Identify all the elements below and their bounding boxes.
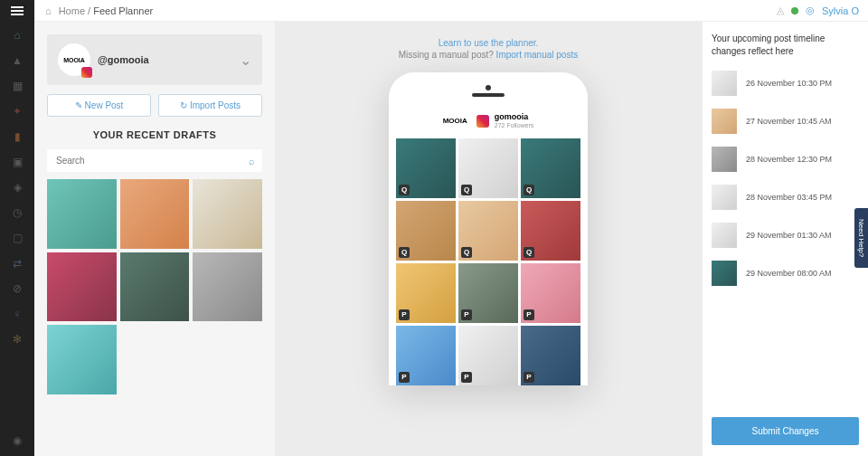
feed-cell[interactable]: P xyxy=(521,263,580,323)
topbar: ⌂ Home / Feed Planner ◬ ◎ Sylvia O xyxy=(0,0,868,22)
feed-cell[interactable]: Q xyxy=(458,201,518,261)
timeline-item[interactable]: 26 November 10:30 PM xyxy=(712,71,859,96)
breadcrumb-current: Feed Planner xyxy=(93,5,153,16)
sidebar-calendar-icon[interactable]: ▣ xyxy=(11,156,24,168)
sidebar: ⌂ ▲ ▦ ✦ ▮ ▣ ◈ ◷ ▢ ⇄ ⊘ ♀ ✻ ◉ xyxy=(0,22,34,456)
user-icon: ◎ xyxy=(806,5,815,16)
sidebar-grid-icon[interactable]: ▦ xyxy=(11,80,24,92)
instagram-badge-icon xyxy=(81,67,92,78)
phone-camera xyxy=(486,85,491,90)
draft-thumb[interactable] xyxy=(47,179,117,249)
feed-cell[interactable]: Q xyxy=(396,138,456,198)
chevron-down-icon: ⌄ xyxy=(240,52,251,69)
sidebar-gear-icon[interactable]: ✻ xyxy=(11,333,24,346)
breadcrumb-home[interactable]: Home xyxy=(59,5,85,16)
import-manual-link[interactable]: Import manual posts xyxy=(496,50,579,60)
pencil-icon: ✎ xyxy=(75,100,82,110)
help-tab[interactable]: Need Help? xyxy=(854,208,868,268)
phone-preview: MOOIA gomooia 272 Followers Q Q Q Q Q Q … xyxy=(389,72,588,385)
feed-cell[interactable]: P xyxy=(458,326,518,385)
sidebar-bag-icon[interactable]: ▢ xyxy=(11,232,24,244)
new-post-button[interactable]: ✎New Post xyxy=(47,94,151,117)
feed-cell[interactable]: Q xyxy=(521,201,580,261)
search-input[interactable] xyxy=(47,149,262,172)
sidebar-clock-icon[interactable]: ◷ xyxy=(11,206,24,219)
timeline-item[interactable]: 27 November 10:45 AM xyxy=(712,109,859,134)
draft-thumb[interactable] xyxy=(47,325,117,394)
timeline-list: 26 November 10:30 PM 27 November 10:45 A… xyxy=(712,71,859,417)
phone-profile-header: MOOIA gomooia 272 Followers xyxy=(396,106,580,138)
account-logo: MOOIA xyxy=(58,43,90,76)
sidebar-upload-icon[interactable]: ▲ xyxy=(11,54,24,67)
timeline-title: Your upcoming post timeline changes refl… xyxy=(712,33,859,58)
feed-cell[interactable]: P xyxy=(521,326,580,385)
draft-thumb[interactable] xyxy=(193,252,262,322)
notification-icon[interactable]: ◬ xyxy=(777,5,784,16)
timeline-thumb xyxy=(712,109,737,134)
account-selector[interactable]: MOOIA @gomooia ⌄ xyxy=(47,34,262,85)
timeline-thumb xyxy=(712,147,737,172)
feed-cell[interactable]: Q xyxy=(396,201,456,261)
sidebar-user-icon[interactable]: ♀ xyxy=(11,308,24,320)
feed-cell[interactable]: Q xyxy=(521,138,580,198)
phone-speaker xyxy=(472,93,505,97)
user-name[interactable]: Sylvia O xyxy=(822,5,859,16)
breadcrumb: Home / Feed Planner xyxy=(59,5,154,16)
timeline-item[interactable]: 29 November 08:00 AM xyxy=(712,261,859,286)
sidebar-help-icon[interactable]: ◉ xyxy=(11,434,24,447)
center-panel: Learn to use the planner. Missing a manu… xyxy=(275,22,702,456)
sidebar-star-icon[interactable]: ✦ xyxy=(11,105,24,118)
draft-thumb[interactable] xyxy=(193,179,262,249)
timeline-thumb xyxy=(712,261,737,286)
timeline-item[interactable]: 28 November 03:45 PM xyxy=(712,185,859,210)
draft-thumb[interactable] xyxy=(47,252,117,322)
feed-cell[interactable]: P xyxy=(458,263,518,323)
drafts-title: YOUR RECENT DRAFTS xyxy=(47,129,262,140)
feed-cell[interactable]: Q xyxy=(458,138,518,198)
import-posts-button[interactable]: ↻Import Posts xyxy=(158,94,262,117)
home-icon[interactable]: ⌂ xyxy=(45,5,52,16)
timeline-thumb xyxy=(712,223,737,248)
feed-cell[interactable]: P xyxy=(396,263,456,323)
import-hint: Missing a manual post? Import manual pos… xyxy=(399,50,578,60)
draft-thumb[interactable] xyxy=(120,252,190,322)
search-icon[interactable]: ⌕ xyxy=(249,156,255,166)
timeline-thumb xyxy=(712,185,737,210)
draft-thumb[interactable] xyxy=(120,179,190,249)
phone-feed-grid: Q Q Q Q Q Q P P P P P P xyxy=(396,138,580,385)
account-handle: @gomooia xyxy=(98,54,149,65)
learn-link[interactable]: Learn to use the planner. xyxy=(439,38,539,48)
sidebar-link-icon[interactable]: ⇄ xyxy=(11,257,24,270)
submit-changes-button[interactable]: Submit Changes xyxy=(712,417,859,445)
left-panel: MOOIA @gomooia ⌄ ✎New Post ↻Import Posts… xyxy=(34,22,275,456)
timeline-item[interactable]: 28 November 12:30 PM xyxy=(712,147,859,172)
sidebar-home-icon[interactable]: ⌂ xyxy=(11,29,24,42)
timeline-thumb xyxy=(712,71,737,96)
status-indicator xyxy=(791,7,798,14)
refresh-icon: ↻ xyxy=(180,100,187,110)
hamburger-menu[interactable] xyxy=(0,0,34,22)
instagram-icon xyxy=(476,115,489,128)
profile-followers: 272 Followers xyxy=(495,122,534,129)
sidebar-chart-icon[interactable]: ▮ xyxy=(11,130,24,143)
feed-cell[interactable]: P xyxy=(396,326,456,385)
sidebar-tag-icon[interactable]: ⊘ xyxy=(11,282,24,295)
timeline-item[interactable]: 29 November 01:30 AM xyxy=(712,223,859,248)
profile-username: gomooia xyxy=(495,113,534,122)
right-panel: Your upcoming post timeline changes refl… xyxy=(702,22,868,456)
sidebar-layers-icon[interactable]: ◈ xyxy=(11,181,24,194)
drafts-grid xyxy=(47,179,262,394)
